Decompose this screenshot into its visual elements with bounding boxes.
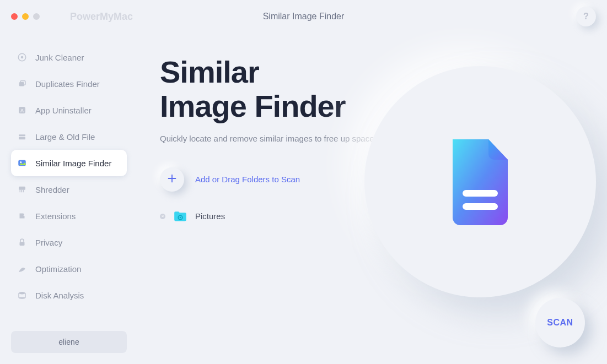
sidebar-item-label: Duplicates Finder <box>35 79 100 89</box>
hero-illustration <box>364 66 596 297</box>
svg-rect-7 <box>19 137 25 140</box>
sidebar-item-label: Extensions <box>35 211 76 221</box>
sidebar-item-label: Shredder <box>35 185 69 194</box>
privacy-icon <box>17 237 28 248</box>
sidebar-item-label: App Uninstaller <box>35 106 92 115</box>
add-folder-button[interactable] <box>160 167 184 192</box>
minimize-window-button[interactable] <box>22 13 29 20</box>
sidebar-item-privacy[interactable]: Privacy <box>11 229 127 256</box>
svg-rect-10 <box>19 187 25 190</box>
sidebar-item-large-old-file[interactable]: Large & Old File <box>11 123 127 150</box>
window-controls <box>11 13 40 20</box>
sidebar-item-optimization[interactable]: Optimization <box>11 256 127 282</box>
heading-line2: Image Finder <box>160 89 391 123</box>
svg-point-19 <box>180 217 181 219</box>
sidebar: Junk Cleaner Duplicates Finder A App Uni… <box>0 33 138 364</box>
svg-point-15 <box>19 292 25 295</box>
svg-rect-20 <box>463 190 498 197</box>
sidebar-item-extensions[interactable]: Extensions <box>11 203 127 229</box>
scan-label: SCAN <box>547 318 573 328</box>
maximize-window-button[interactable] <box>33 13 40 20</box>
main-content: Similar Image Finder Quickly locate and … <box>138 33 607 364</box>
sidebar-item-junk-cleaner[interactable]: Junk Cleaner <box>11 44 127 70</box>
uninstaller-icon: A <box>17 105 28 116</box>
svg-rect-14 <box>20 242 25 246</box>
sidebar-item-duplicates-finder[interactable]: Duplicates Finder <box>11 70 127 97</box>
app-name: PowerMyMac <box>70 11 133 23</box>
sidebar-item-label: Disk Analysis <box>35 291 84 300</box>
subtitle: Quickly locate and remove similar images… <box>160 133 391 145</box>
sidebar-item-label: Privacy <box>35 238 62 247</box>
extensions-icon <box>17 210 28 221</box>
document-illustration-icon <box>442 135 519 229</box>
sidebar-item-shredder[interactable]: Shredder <box>11 176 127 203</box>
large-file-icon <box>17 131 28 142</box>
sidebar-item-label: Junk Cleaner <box>35 53 84 62</box>
body: Junk Cleaner Duplicates Finder A App Uni… <box>0 33 607 364</box>
title-bar: PowerMyMac Similar Image Finder ? <box>0 0 607 33</box>
optimization-icon <box>17 263 28 274</box>
svg-point-9 <box>20 161 22 163</box>
duplicates-icon <box>17 78 28 89</box>
folder-icon <box>173 210 187 222</box>
svg-text:A: A <box>20 108 24 113</box>
heading: Similar Image Finder <box>160 55 391 123</box>
sidebar-item-similar-image-finder[interactable]: Similar Image Finder <box>11 150 127 176</box>
heading-line1: Similar <box>160 55 391 89</box>
user-badge[interactable]: eliene <box>11 331 127 353</box>
sidebar-item-label: Similar Image Finder <box>35 159 111 168</box>
sidebar-item-disk-analysis[interactable]: Disk Analysis <box>11 282 127 308</box>
remove-folder-button[interactable]: × <box>160 214 165 219</box>
plus-icon <box>166 172 178 187</box>
sidebar-item-label: Large & Old File <box>35 132 95 142</box>
help-button[interactable]: ? <box>576 7 596 26</box>
scan-button[interactable]: SCAN <box>535 298 585 347</box>
heading-block: Similar Image Finder Quickly locate and … <box>160 55 391 145</box>
page-title: Similar Image Finder <box>263 12 345 21</box>
junk-icon <box>17 52 28 63</box>
svg-point-1 <box>21 56 24 59</box>
image-finder-icon <box>17 157 28 169</box>
app-window: PowerMyMac Similar Image Finder ? Junk C… <box>0 0 607 364</box>
sidebar-item-label: Optimization <box>35 264 81 274</box>
close-window-button[interactable] <box>11 13 18 20</box>
user-name: eliene <box>58 338 79 346</box>
shredder-icon <box>17 184 28 195</box>
svg-rect-6 <box>19 134 25 136</box>
svg-rect-21 <box>463 203 498 210</box>
folder-name: Pictures <box>195 211 225 221</box>
disk-icon <box>17 290 28 301</box>
add-folder-label[interactable]: Add or Drag Folders to Scan <box>195 175 300 184</box>
help-icon: ? <box>583 12 589 21</box>
svg-rect-2 <box>19 82 24 86</box>
sidebar-item-app-uninstaller[interactable]: A App Uninstaller <box>11 97 127 123</box>
